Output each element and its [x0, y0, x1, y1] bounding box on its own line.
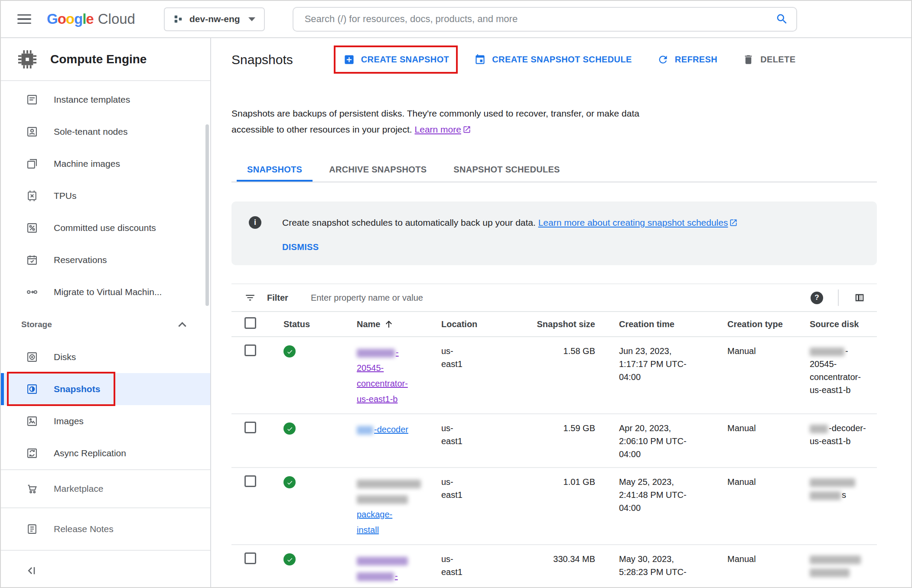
sidebar-item-sole-tenant-nodes[interactable]: Sole-tenant nodes [1, 116, 210, 148]
column-header-source-disk[interactable]: Source disk [801, 319, 877, 329]
migrate-icon [26, 286, 38, 298]
snapshot-name-link[interactable]: - 20545- concentrator- us-east1-b [357, 344, 441, 407]
tab-snapshots[interactable]: SNAPSHOTS [237, 157, 313, 182]
size-cell: 1.59 GB [493, 422, 595, 435]
sidebar-item-label: Instance templates [54, 94, 130, 105]
column-header-status[interactable]: Status [279, 319, 357, 329]
search-icon[interactable] [775, 13, 788, 26]
location-cell: us-east1 [441, 422, 469, 448]
refresh-button[interactable]: REFRESH [657, 54, 717, 65]
instance-templates-icon [26, 94, 38, 106]
google-cloud-logo: Google Cloud [47, 11, 135, 27]
dismiss-button[interactable]: DISMISS [282, 242, 319, 252]
sidebar-item-label: Disks [54, 352, 76, 362]
column-header-creation-time[interactable]: Creation time [595, 319, 719, 329]
sidebar-item-images[interactable]: Images [1, 405, 210, 437]
banner-learn-more-link[interactable]: Learn more about creating snapshot sched… [538, 218, 728, 227]
size-cell: 1.01 GB [493, 475, 595, 488]
sidebar-item-release-notes[interactable]: Release Notes [1, 508, 210, 550]
column-header-name-label: Name [357, 319, 380, 329]
collapse-sidebar-button[interactable] [1, 551, 210, 588]
table-header-row: Status Name Location Snapshot size Creat… [231, 312, 877, 337]
sidebar-item-label: Committed use discounts [54, 223, 156, 233]
sidebar-item-machine-images[interactable]: Machine images [1, 148, 210, 180]
redacted-text [357, 349, 395, 357]
column-header-name[interactable]: Name [357, 319, 441, 329]
row-checkbox[interactable] [244, 344, 256, 356]
redacted-text [810, 491, 841, 500]
logo-letter: o [66, 11, 74, 27]
product-header: Compute Engine [1, 38, 210, 81]
global-search [293, 7, 797, 32]
project-icon [173, 14, 183, 24]
delete-button[interactable]: DELETE [743, 54, 795, 65]
sidebar-item-committed-use-discounts[interactable]: Committed use discounts [1, 212, 210, 244]
external-link-icon [729, 218, 738, 227]
sidebar-section-storage[interactable]: Storage [1, 308, 210, 341]
sidebar-item-tpus[interactable]: TPUs [1, 180, 210, 212]
sidebar-item-label: Async Replication [54, 448, 126, 458]
table-row: package- install us-east1 1.01 GB May 25… [231, 468, 877, 545]
creation-type-cell: Manual [719, 422, 801, 435]
create-snapshot-schedule-button[interactable]: CREATE SNAPSHOT SCHEDULE [474, 54, 632, 65]
redacted-text [810, 556, 861, 564]
sidebar-item-label: Release Notes [54, 524, 114, 534]
logo-letter: l [82, 11, 86, 27]
column-header-creation-type[interactable]: Creation type [719, 319, 801, 329]
project-selector[interactable]: dev-nw-eng [164, 7, 265, 31]
logo-cloud-text: Cloud [98, 11, 135, 27]
status-ok-icon [283, 422, 296, 435]
column-header-location[interactable]: Location [441, 319, 493, 329]
sidebar-item-migrate-to-virtual-machines[interactable]: Migrate to Virtual Machin... [1, 276, 210, 308]
source-disk-cell [801, 552, 877, 578]
sidebar: Compute Engine Instance templates Sole-t… [1, 38, 211, 587]
top-bar: Google Cloud dev-nw-eng [1, 1, 911, 38]
row-checkbox[interactable] [244, 552, 256, 564]
redacted-text [810, 425, 828, 433]
menu-icon[interactable] [17, 12, 31, 27]
logo-letter: o [58, 11, 66, 27]
column-header-snapshot-size[interactable]: Snapshot size [493, 319, 595, 329]
table-row: - 20545- concentrator- us-east1-b us-eas… [231, 337, 877, 414]
main-content: Snapshots CREATE SNAPSHOT CREATE SNAPSHO… [211, 38, 911, 587]
logo-letter: e [86, 11, 93, 27]
snapshot-name-link[interactable]: package- install [357, 475, 441, 538]
column-display-icon[interactable] [853, 292, 866, 304]
snapshot-name-link[interactable]: - [357, 552, 441, 584]
chevron-up-icon [178, 322, 186, 330]
row-checkbox[interactable] [244, 475, 256, 487]
page-title: Snapshots [231, 52, 293, 67]
page-header: Snapshots CREATE SNAPSHOT CREATE SNAPSHO… [211, 38, 911, 81]
sidebar-scrollbar[interactable] [205, 124, 209, 306]
sidebar-item-reservations[interactable]: Reservations [1, 244, 210, 276]
sidebar-item-instance-templates[interactable]: Instance templates [1, 84, 210, 116]
filter-input[interactable] [311, 293, 811, 303]
table-filter-bar: Filter ? [231, 283, 877, 312]
select-all-checkbox[interactable] [244, 317, 256, 329]
learn-more-link[interactable]: Learn more [415, 124, 461, 134]
redacted-text [810, 348, 844, 356]
creation-time-cell: Jun 23, 2023, 1:17:17 PM UTC-04:00 [619, 344, 698, 383]
sidebar-item-label: Machine images [54, 159, 120, 169]
tab-archive-snapshots[interactable]: ARCHIVE SNAPSHOTS [319, 157, 437, 182]
tpus-icon [26, 190, 38, 202]
creation-time-cell: May 30, 2023, 5:28:23 PM UTC- [619, 552, 698, 578]
row-checkbox[interactable] [244, 422, 256, 433]
sort-ascending-icon [384, 319, 394, 329]
tab-snapshot-schedules[interactable]: SNAPSHOT SCHEDULES [443, 157, 570, 182]
snapshot-name-link[interactable]: -decoder [357, 422, 441, 437]
sidebar-item-snapshots[interactable]: Snapshots [1, 373, 210, 405]
source-disk-cell: -decoder- us-east1-b [801, 422, 877, 448]
creation-time-cell: Apr 20, 2023, 2:06:10 PM UTC-04:00 [619, 422, 698, 461]
location-cell: us-east1 [441, 475, 469, 501]
sidebar-item-async-replication[interactable]: Async Replication [1, 437, 210, 469]
calendar-icon [474, 54, 486, 65]
sidebar-item-disks[interactable]: Disks [1, 341, 210, 373]
disks-icon [26, 351, 38, 363]
redacted-text [357, 426, 373, 435]
help-icon[interactable]: ? [811, 292, 823, 304]
filter-label: Filter [267, 293, 288, 303]
search-input[interactable] [305, 13, 775, 25]
sidebar-item-marketplace[interactable]: Marketplace [1, 470, 210, 507]
create-snapshot-button[interactable]: CREATE SNAPSHOT [343, 54, 449, 65]
